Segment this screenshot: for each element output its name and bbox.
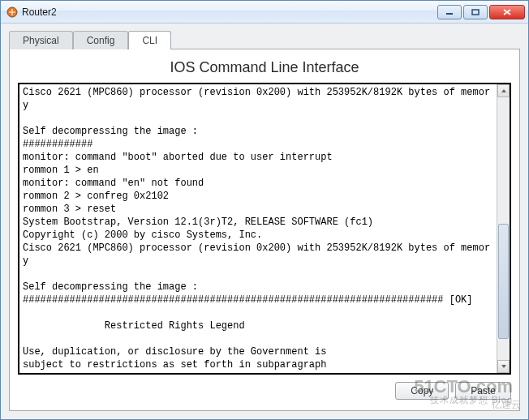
svg-rect-2 xyxy=(472,10,479,15)
tab-config[interactable]: Config xyxy=(73,31,129,49)
app-icon xyxy=(6,6,19,19)
tab-cli[interactable]: CLI xyxy=(128,31,171,49)
tab-bar: Physical Config CLI xyxy=(9,30,520,49)
scrollbar[interactable] xyxy=(497,84,510,373)
scroll-track[interactable] xyxy=(497,97,510,360)
copy-button[interactable]: Copy xyxy=(395,382,449,400)
scroll-down-button[interactable] xyxy=(497,360,510,373)
window-controls xyxy=(437,5,525,19)
titlebar[interactable]: Router2 xyxy=(1,1,528,24)
close-button[interactable] xyxy=(489,5,525,19)
app-window: Router2 Physical Config CLI IOS Command … xyxy=(0,0,529,420)
minimize-button[interactable] xyxy=(437,5,462,19)
scroll-up-button[interactable] xyxy=(497,84,510,97)
maximize-button[interactable] xyxy=(463,5,488,19)
terminal-container: Cisco 2621 (MPC860) processor (revision … xyxy=(18,83,511,375)
cli-panel: IOS Command Line Interface Cisco 2621 (M… xyxy=(9,49,520,411)
client-area: Physical Config CLI IOS Command Line Int… xyxy=(1,24,528,419)
tab-physical[interactable]: Physical xyxy=(9,31,73,49)
button-bar: Copy Paste xyxy=(18,375,511,402)
paste-button[interactable]: Paste xyxy=(455,382,511,400)
terminal-output[interactable]: Cisco 2621 (MPC860) processor (revision … xyxy=(19,84,497,373)
window-title: Router2 xyxy=(22,6,437,18)
panel-title: IOS Command Line Interface xyxy=(18,54,511,83)
scroll-thumb[interactable] xyxy=(498,224,509,340)
